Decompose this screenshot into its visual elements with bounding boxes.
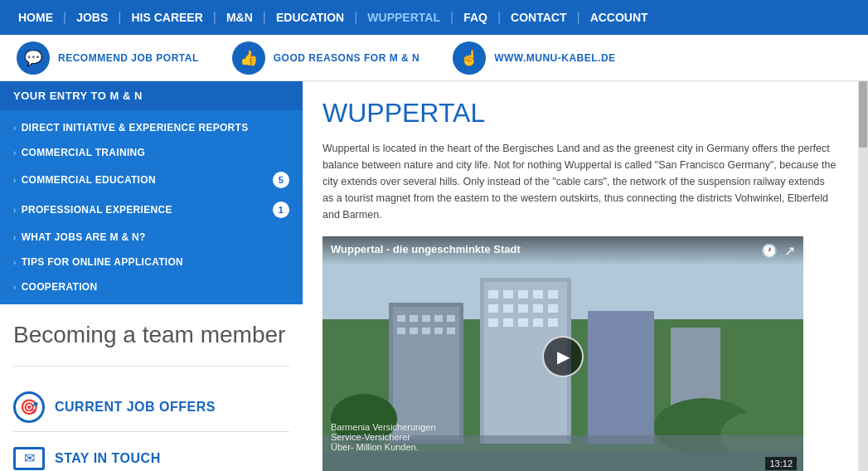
svg-rect-27 [503, 318, 513, 327]
video-action-icons: 🕐 ↗ [761, 243, 795, 259]
badge-professional-experience: 1 [273, 202, 289, 218]
svg-rect-25 [548, 304, 558, 313]
reasons-icon: 👍 [232, 41, 265, 75]
video-thumbnail: Wuppertal - die ungeschminkte Stadt 🕐 ↗ … [322, 236, 803, 471]
sidebar-item-commercial-education[interactable]: ›COMMERCIAL EDUCATION 5 [0, 165, 303, 195]
arrow-icon: › [13, 124, 17, 133]
envelope-icon: ✉ [13, 447, 45, 470]
svg-rect-12 [434, 328, 443, 334]
svg-rect-37 [322, 452, 803, 471]
arrow-icon: › [13, 258, 17, 267]
svg-rect-18 [518, 290, 528, 299]
target-icon: 🎯 [13, 391, 45, 423]
svg-rect-17 [503, 290, 513, 299]
svg-rect-13 [447, 328, 455, 334]
arrow-icon: › [13, 148, 17, 158]
nav-contact[interactable]: CONTACT [501, 11, 576, 24]
nav-faq[interactable]: FAQ [453, 11, 497, 24]
clock-icon: 🕐 [761, 243, 778, 259]
svg-rect-30 [548, 318, 558, 327]
nav-jobs[interactable]: JOBS [66, 11, 118, 24]
sidebar-item-direct-initiative[interactable]: ›DIRECT INITIATIVE & EXPERIENCE REPORTS [0, 115, 303, 140]
svg-rect-31 [588, 311, 654, 444]
website-icon: ☝ [453, 41, 486, 75]
scrollbar[interactable] [858, 81, 868, 471]
arrow-icon: › [13, 283, 17, 292]
page-intro-text: Wuppertal is located in the heart of the… [322, 140, 838, 223]
nav-his-career[interactable]: HIS CAREER [121, 11, 212, 24]
svg-rect-21 [488, 304, 498, 313]
quick-links-bar: 💬 RECOMMEND JOB PORTAL 👍 GOOD REASONS FO… [0, 35, 868, 81]
video-caption: Barmenia Versicherungen Service-Versiche… [331, 422, 436, 452]
svg-rect-24 [533, 304, 543, 313]
video-title: Wuppertal - die ungeschminkte Stadt [331, 243, 521, 259]
job-offers-label: CURRENT JOB OFFERS [55, 400, 216, 415]
svg-rect-5 [410, 315, 418, 322]
main-layout: YOUR ENTRY TO M & N ›DIRECT INITIATIVE &… [0, 81, 868, 471]
website-label: WWW.MUNU-KABEL.DE [494, 52, 615, 64]
svg-rect-4 [397, 315, 405, 322]
recommend-label: RECOMMEND JOB PORTAL [58, 52, 199, 64]
nav-mn[interactable]: M&N [216, 11, 263, 24]
becoming-team-member-text: Becoming a team member [13, 321, 289, 367]
sidebar-bottom: Becoming a team member 🎯 CURRENT JOB OFF… [0, 304, 303, 471]
caption-line3: Über- Million Kunden. [331, 442, 436, 452]
sidebar: YOUR ENTRY TO M & N ›DIRECT INITIATIVE &… [0, 81, 303, 471]
svg-rect-23 [518, 304, 528, 313]
quick-link-reasons[interactable]: 👍 GOOD REASONS FOR M & N [232, 41, 419, 75]
arrow-icon: › [13, 206, 17, 215]
scrollbar-thumb[interactable] [859, 81, 867, 148]
video-container[interactable]: Wuppertal - die ungeschminkte Stadt 🕐 ↗ … [322, 236, 803, 471]
svg-rect-8 [447, 315, 455, 322]
svg-rect-6 [422, 315, 430, 322]
sidebar-menu: ›DIRECT INITIATIVE & EXPERIENCE REPORTS … [0, 110, 303, 304]
svg-rect-22 [503, 304, 513, 313]
svg-rect-3 [393, 307, 459, 439]
sidebar-header: YOUR ENTRY TO M & N [0, 81, 303, 110]
sidebar-item-commercial-training[interactable]: ›COMMERCIAL TRAINING [0, 140, 303, 165]
video-play-button[interactable]: ▶ [542, 336, 584, 377]
arrow-icon: › [13, 233, 17, 242]
stay-in-touch-label: STAY IN TOUCH [55, 451, 161, 466]
svg-rect-7 [434, 315, 443, 322]
video-duration: 13:12 [765, 457, 797, 470]
reasons-label: GOOD REASONS FOR M & N [274, 52, 419, 64]
nav-home[interactable]: HOME [8, 11, 63, 24]
svg-rect-16 [488, 290, 498, 299]
svg-rect-10 [410, 328, 418, 334]
arrow-icon: › [13, 176, 17, 185]
stay-in-touch-cta[interactable]: ✉ STAY IN TOUCH [13, 439, 289, 471]
sidebar-item-cooperation[interactable]: ›COOPERATION [0, 274, 303, 299]
nav-education[interactable]: EDUCATION [266, 11, 354, 24]
sidebar-item-tips[interactable]: ›TIPS FOR ONLINE APPLICATION [0, 250, 303, 274]
svg-rect-11 [422, 328, 430, 334]
quick-link-website[interactable]: ☝ WWW.MUNU-KABEL.DE [453, 41, 615, 75]
video-overlay-top: Wuppertal - die ungeschminkte Stadt 🕐 ↗ [322, 236, 803, 265]
nav-account[interactable]: ACCOUNT [580, 11, 658, 24]
svg-rect-29 [533, 318, 543, 327]
nav-wuppertal[interactable]: WUPPERTAL [357, 11, 450, 24]
svg-rect-26 [488, 318, 498, 327]
svg-rect-20 [548, 290, 558, 299]
caption-line2: Service-Versicherer [331, 432, 436, 442]
svg-rect-28 [518, 318, 528, 327]
recommend-icon: 💬 [17, 41, 50, 75]
caption-line1: Barmenia Versicherungen [331, 422, 436, 432]
badge-commercial-education: 5 [273, 172, 289, 188]
svg-rect-19 [533, 290, 543, 299]
share-icon: ↗ [784, 243, 795, 259]
sidebar-item-professional-experience[interactable]: ›PROFESSIONAL EXPERIENCE 1 [0, 195, 303, 225]
content-area: WUPPERTAL Wuppertal is located in the he… [303, 81, 858, 471]
top-navigation: HOME | JOBS | HIS CAREER | M&N | EDUCATI… [0, 0, 868, 35]
quick-link-recommend[interactable]: 💬 RECOMMEND JOB PORTAL [17, 41, 199, 75]
svg-rect-9 [397, 328, 405, 334]
current-job-offers-cta[interactable]: 🎯 CURRENT JOB OFFERS [13, 383, 289, 432]
sidebar-item-what-jobs[interactable]: ›WHAT JOBS ARE M & N? [0, 225, 303, 250]
page-title: WUPPERTAL [322, 98, 838, 129]
